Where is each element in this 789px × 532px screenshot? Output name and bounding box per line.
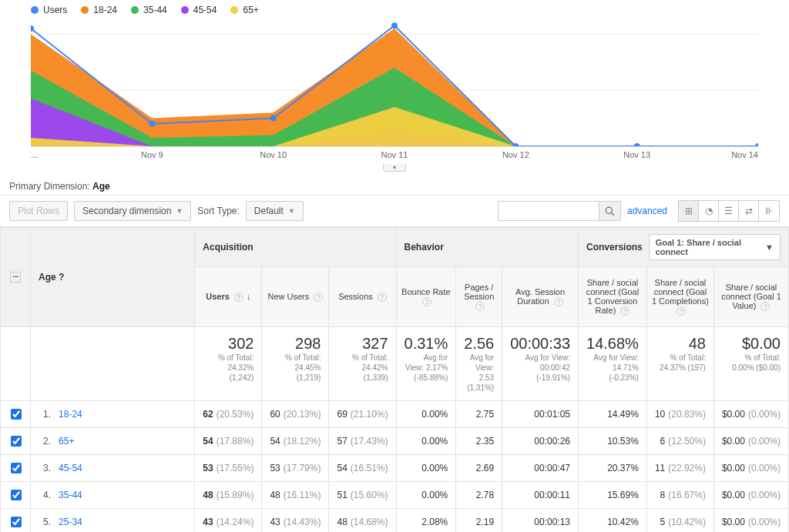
data-cell: 6(12.50%) — [646, 428, 713, 455]
row-checkbox[interactable] — [11, 409, 22, 420]
row-index: 4. — [39, 490, 51, 500]
summary-cell: 302% of Total: 24.32% (1,242) — [195, 327, 262, 401]
data-cell: 15.69% — [579, 482, 647, 509]
help-icon[interactable]: ? — [554, 297, 563, 306]
legend-item[interactable]: 45-54 — [181, 5, 217, 15]
x-tick: Nov 13 — [576, 147, 697, 159]
col-head[interactable]: Share / social connect (Goal 1 Conversio… — [579, 267, 647, 327]
group-head-acquisition: Acquisition — [195, 228, 396, 267]
data-cell: 2.78 — [456, 482, 502, 509]
x-tick: ... — [31, 147, 92, 159]
table-row: 1.18-2462(20.53%)60(20.13%)69(21.10%)0.0… — [1, 401, 789, 428]
data-cell: 2.69 — [456, 455, 502, 482]
row-index: 5. — [39, 517, 51, 527]
svg-point-4 — [606, 207, 612, 213]
col-head[interactable]: New Users ? — [262, 267, 329, 327]
col-head[interactable]: Users ?↓ — [195, 267, 262, 327]
summary-cell: 14.68%Avg for View: 14.71% (-0.23%) — [579, 327, 647, 401]
view-pivot-icon[interactable]: ⊪ — [759, 201, 779, 221]
data-cell: $0.00(0.00%) — [713, 482, 788, 509]
chart-legend: Users18-2435-4445-5465+ — [0, 0, 789, 20]
chart-point[interactable] — [270, 115, 277, 122]
data-cell: 0.00% — [396, 455, 456, 482]
collapse-toggle[interactable]: − — [10, 272, 21, 283]
view-compare-icon[interactable]: ⇄ — [739, 201, 759, 221]
help-icon[interactable]: ? — [314, 293, 323, 302]
col-head[interactable]: Bounce Rate ? — [396, 267, 456, 327]
age-link[interactable]: 18-24 — [59, 409, 82, 420]
row-index: 1. — [39, 409, 51, 420]
data-cell: 00:00:11 — [502, 482, 579, 509]
help-icon[interactable]: ? — [59, 272, 64, 283]
legend-label: 65+ — [243, 5, 258, 15]
legend-item[interactable]: 65+ — [230, 5, 258, 15]
view-toggle: ⊞ ◔ ☰ ⇄ ⊪ — [678, 200, 780, 222]
col-head[interactable]: Share / social connect (Goal 1 Completio… — [646, 267, 713, 327]
summary-cell: 2.56Avg for View: 2.53 (1.31%) — [456, 327, 502, 401]
chart-x-axis: ...Nov 9Nov 10Nov 11Nov 12Nov 13Nov 14 — [31, 147, 758, 159]
age-link[interactable]: 25-34 — [59, 517, 82, 527]
summary-cell: 0.31%Avg for View: 2.17% (-85.88%) — [396, 327, 456, 401]
help-icon[interactable]: ? — [760, 302, 770, 311]
goal-selector[interactable]: Goal 1: Share / social connect ▼ — [649, 234, 781, 260]
advanced-link[interactable]: advanced — [627, 206, 667, 216]
help-icon[interactable]: ? — [422, 297, 431, 306]
data-cell: $0.00(0.00%) — [713, 455, 788, 482]
summary-cell: 327% of Total: 24.42% (1,339) — [329, 327, 396, 401]
legend-item[interactable]: 35-44 — [131, 5, 167, 15]
legend-label: 45-54 — [193, 5, 217, 15]
table-row: 4.35-4448(15.89%)48(16.11%)51(15.60%)0.0… — [1, 482, 789, 509]
view-table-icon[interactable]: ⊞ — [679, 201, 699, 221]
table-row: 2.65+54(17.88%)54(18.12%)57(17.43%)0.00%… — [1, 428, 789, 455]
summary-cell: 48% of Total: 24.37% (197) — [646, 327, 713, 401]
chart-point[interactable] — [149, 121, 155, 127]
search-button[interactable] — [599, 202, 620, 220]
primary-dimension: Primary Dimension: Age — [0, 178, 789, 195]
row-checkbox[interactable] — [11, 517, 22, 527]
chart-expand-icon[interactable]: ▾ — [383, 164, 406, 172]
row-checkbox[interactable] — [11, 490, 22, 500]
help-icon[interactable]: ? — [378, 293, 387, 302]
help-icon[interactable]: ? — [234, 293, 243, 302]
data-cell: 2.19 — [456, 509, 502, 533]
view-pie-icon[interactable]: ◔ — [699, 201, 719, 221]
row-checkbox[interactable] — [11, 436, 22, 447]
legend-swatch — [181, 6, 189, 14]
data-cell: 0.00% — [396, 428, 456, 455]
sort-type-button[interactable]: Default▼ — [246, 201, 304, 221]
legend-swatch — [230, 6, 238, 14]
data-cell: 43(14.43%) — [262, 509, 329, 533]
chart-point[interactable] — [391, 22, 398, 28]
legend-item[interactable]: Users — [31, 5, 67, 15]
data-cell: 10.53% — [579, 428, 647, 455]
col-head[interactable]: Sessions ? — [329, 267, 396, 327]
data-cell: 00:00:26 — [502, 428, 579, 455]
x-tick: Nov 14 — [697, 147, 758, 159]
chart-point[interactable] — [634, 143, 640, 146]
data-cell: 51(15.60%) — [329, 482, 396, 509]
legend-item[interactable]: 18-24 — [81, 5, 117, 15]
row-checkbox[interactable] — [11, 463, 22, 473]
legend-label: Users — [43, 5, 67, 15]
col-head[interactable]: Pages / Session ? — [456, 267, 502, 327]
age-link[interactable]: 65+ — [59, 436, 74, 447]
col-head[interactable]: Share / social connect (Goal 1 Value) ? — [713, 267, 788, 327]
summary-cell: 00:00:33Avg for View: 00:00:42 (-19.91%) — [502, 327, 579, 401]
col-head[interactable]: Avg. Session Duration ? — [502, 267, 579, 327]
data-cell: 53(17.55%) — [195, 455, 262, 482]
data-cell: 10(20.83%) — [646, 401, 713, 428]
search-input[interactable] — [499, 202, 599, 220]
data-cell: 54(16.51%) — [329, 455, 396, 482]
area-chart: 4020 — [31, 20, 758, 147]
help-icon[interactable]: ? — [620, 306, 630, 316]
help-icon[interactable]: ? — [677, 306, 686, 316]
age-link[interactable]: 35-44 — [59, 490, 82, 500]
secondary-dimension-button[interactable]: Secondary dimension▼ — [74, 201, 191, 221]
chart-point[interactable] — [755, 143, 758, 146]
col-head-age[interactable]: Age ? — [31, 228, 195, 327]
primary-dimension-label: Primary Dimension: — [9, 181, 90, 192]
view-bars-icon[interactable]: ☰ — [719, 201, 739, 221]
help-icon[interactable]: ? — [475, 302, 485, 311]
summary-cell: 298% of Total: 24.45% (1,219) — [262, 327, 329, 401]
age-link[interactable]: 45-54 — [59, 463, 82, 473]
